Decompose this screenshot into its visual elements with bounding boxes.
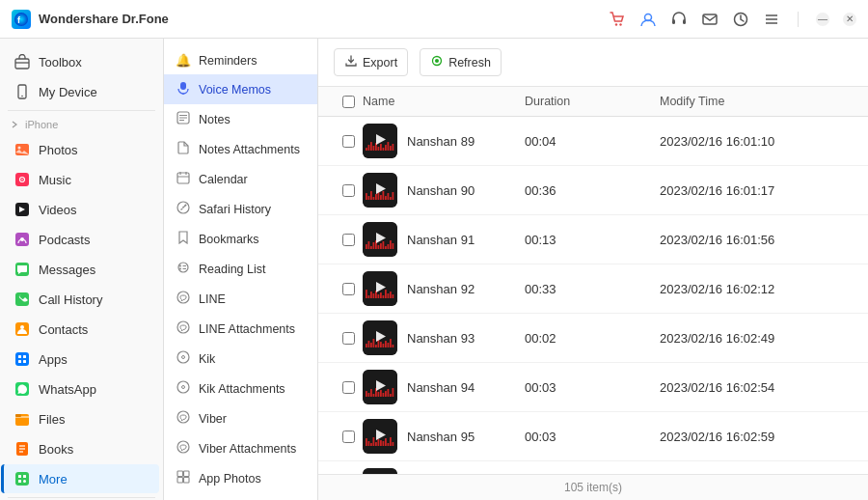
svg-rect-107: [380, 195, 382, 200]
table-header: Name Duration Modify Time: [318, 87, 868, 117]
books-label: Books: [39, 442, 73, 457]
svg-rect-134: [378, 294, 380, 298]
svg-point-2: [615, 23, 617, 25]
checkbox-2[interactable]: [342, 234, 355, 246]
app-logo: f: [12, 10, 31, 29]
close-button[interactable]: ✕: [843, 13, 856, 26]
svg-rect-35: [15, 414, 21, 417]
sidebar-item-books[interactable]: Books: [4, 434, 159, 463]
checkbox-4[interactable]: [342, 332, 355, 345]
toolbox-icon: [14, 53, 31, 70]
middle-item-reminders[interactable]: 🔔 Reminders: [164, 46, 317, 74]
checkbox-0[interactable]: [342, 135, 355, 148]
middle-item-calendar[interactable]: Calendar: [164, 164, 317, 194]
sidebar-item-toolbox[interactable]: Toolbox: [4, 47, 159, 76]
sidebar-item-photos[interactable]: Photos: [4, 135, 159, 164]
viber-attachments-label: Viber Attachments: [199, 442, 296, 456]
checkbox-3[interactable]: [342, 283, 355, 295]
middle-item-line-attachments[interactable]: LINE Attachments: [164, 314, 317, 344]
more-icon: [14, 470, 31, 487]
svg-rect-103: [370, 191, 372, 200]
select-all-checkbox[interactable]: [342, 96, 355, 108]
svg-rect-111: [390, 197, 392, 200]
svg-point-85: [435, 59, 439, 63]
cart-icon[interactable]: [609, 11, 626, 28]
svg-rect-164: [383, 393, 385, 397]
checkbox-5[interactable]: [342, 381, 355, 394]
checkbox-6[interactable]: [342, 431, 355, 443]
middle-panel: 🔔 Reminders Voice Memos: [164, 39, 318, 500]
middle-item-viber[interactable]: Viber: [164, 403, 317, 433]
middle-item-reading-list[interactable]: Reading List: [164, 254, 317, 284]
row-checkbox-5[interactable]: [334, 381, 363, 394]
middle-item-app-photos[interactable]: App Photos: [164, 463, 317, 493]
svg-point-65: [177, 321, 189, 333]
sidebar-item-music[interactable]: Music: [4, 165, 159, 194]
middle-item-app-videos[interactable]: App Videos: [164, 493, 317, 500]
svg-rect-122: [383, 241, 385, 249]
row-checkbox-6[interactable]: [334, 431, 363, 443]
headset-icon[interactable]: [670, 11, 688, 28]
svg-rect-95: [385, 145, 387, 151]
svg-point-15: [21, 96, 23, 97]
row-checkbox-0[interactable]: [334, 135, 363, 148]
sidebar-item-podcasts[interactable]: Podcasts: [4, 225, 159, 254]
voice-thumb-3: [363, 271, 397, 306]
menu-icon[interactable]: [763, 11, 780, 28]
user-icon[interactable]: [639, 11, 657, 28]
middle-item-safari-history[interactable]: Safari History: [164, 194, 317, 224]
files-icon: [14, 410, 31, 428]
row-time-1: 2023/02/16 16:01:17: [660, 183, 853, 198]
middle-item-viber-attachments[interactable]: Viber Attachments: [164, 433, 317, 463]
svg-rect-126: [393, 243, 394, 249]
table-row: Nanshan 96 00:21 2023/02/16 16:03:06: [318, 461, 868, 474]
row-name-text-4: Nanshan 93: [407, 331, 475, 346]
middle-item-kik-attachments[interactable]: Kik Attachments: [164, 374, 317, 403]
svg-point-68: [177, 381, 189, 393]
refresh-button[interactable]: Refresh: [420, 48, 502, 76]
mail-icon[interactable]: [701, 11, 719, 28]
row-duration-1: 00:36: [525, 183, 660, 198]
svg-rect-172: [368, 441, 370, 446]
sidebar-item-more[interactable]: More: [1, 464, 159, 493]
middle-item-voice-memos[interactable]: Voice Memos: [164, 74, 317, 104]
history-icon[interactable]: [732, 11, 749, 28]
row-time-0: 2023/02/16 16:01:10: [660, 134, 853, 149]
middle-item-notes-attachments[interactable]: Notes Attachments: [164, 134, 317, 164]
sidebar-item-whatsapp[interactable]: WhatsApp: [4, 375, 159, 403]
row-checkbox-4[interactable]: [334, 332, 363, 345]
middle-item-notes[interactable]: Notes: [164, 104, 317, 134]
svg-rect-179: [385, 438, 387, 446]
minimize-button[interactable]: —: [816, 13, 829, 26]
header-checkbox[interactable]: [334, 96, 363, 108]
svg-rect-175: [375, 442, 377, 446]
row-checkbox-1[interactable]: [334, 184, 363, 197]
export-button[interactable]: Export: [334, 48, 408, 76]
row-name-3: Nanshan 92: [363, 271, 525, 306]
svg-rect-152: [388, 343, 390, 347]
sidebar-item-apps[interactable]: Apps: [4, 345, 159, 374]
kik-label: Kik: [199, 352, 215, 366]
svg-point-20: [21, 179, 23, 181]
svg-rect-177: [380, 440, 382, 446]
row-checkbox-3[interactable]: [334, 283, 363, 295]
middle-item-kik[interactable]: Kik: [164, 344, 317, 374]
podcasts-icon: [14, 231, 31, 248]
svg-rect-137: [385, 290, 387, 298]
sidebar-item-files[interactable]: Files: [4, 404, 159, 433]
svg-rect-73: [184, 471, 190, 477]
middle-item-bookmarks[interactable]: Bookmarks: [164, 224, 317, 254]
middle-item-line[interactable]: LINE: [164, 284, 317, 314]
row-time-3: 2023/02/16 16:02:12: [660, 282, 853, 296]
svg-rect-40: [15, 472, 29, 486]
content-toolbar: Export Refresh: [318, 39, 868, 87]
notes-attachments-icon: [176, 141, 191, 157]
sidebar-item-contacts[interactable]: Contacts: [4, 315, 159, 344]
sidebar-item-videos[interactable]: Videos: [4, 195, 159, 224]
sidebar-item-messages[interactable]: Messages: [4, 255, 159, 284]
row-checkbox-2[interactable]: [334, 234, 363, 246]
svg-rect-112: [393, 192, 394, 200]
sidebar-item-call-history[interactable]: Call History: [4, 285, 159, 314]
checkbox-1[interactable]: [342, 184, 355, 197]
sidebar-item-my-device[interactable]: My Device: [4, 77, 159, 106]
